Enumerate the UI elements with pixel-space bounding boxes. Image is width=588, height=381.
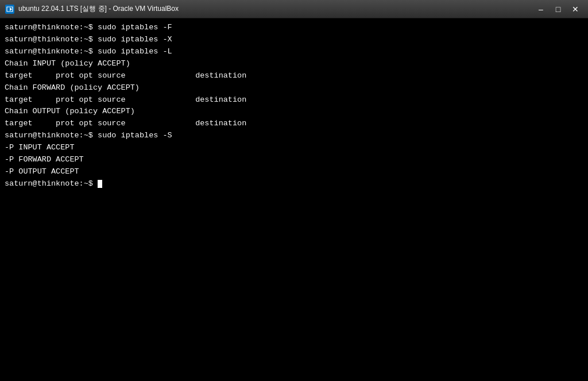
- terminal-line: -P INPUT ACCEPT: [5, 142, 583, 154]
- terminal-cursor: [98, 180, 102, 188]
- window-title: ubuntu 22.04.1 LTS [실행 중] - Oracle VM Vi…: [18, 4, 179, 14]
- minimize-button[interactable]: –: [533, 3, 549, 16]
- terminal-line: target prot opt source destination: [5, 70, 583, 82]
- title-bar-left: ubuntu 22.04.1 LTS [실행 중] - Oracle VM Vi…: [5, 4, 179, 14]
- terminal-output: saturn@thinknote:~$ sudo iptables -Fsatu…: [5, 22, 583, 190]
- terminal-body[interactable]: saturn@thinknote:~$ sudo iptables -Fsatu…: [0, 18, 588, 381]
- terminal-line: -P FORWARD ACCEPT: [5, 154, 583, 166]
- maximize-button[interactable]: □: [550, 3, 566, 16]
- title-bar: ubuntu 22.04.1 LTS [실행 중] - Oracle VM Vi…: [0, 0, 588, 18]
- terminal-line: saturn@thinknote:~$ sudo iptables -L: [5, 46, 583, 58]
- terminal-line: -P OUTPUT ACCEPT: [5, 166, 583, 178]
- terminal-line: target prot opt source destination: [5, 94, 583, 106]
- terminal-line: target prot opt source destination: [5, 118, 583, 130]
- virtualbox-icon: [5, 4, 15, 14]
- terminal-line: Chain FORWARD (policy ACCEPT): [5, 82, 583, 94]
- terminal-line: saturn@thinknote:~$ sudo iptables -S: [5, 130, 583, 142]
- window-controls[interactable]: – □ ✕: [533, 3, 583, 16]
- terminal-line: saturn@thinknote:~$ sudo iptables -F: [5, 22, 583, 34]
- close-button[interactable]: ✕: [567, 3, 583, 16]
- terminal-line: saturn@thinknote:~$ sudo iptables -X: [5, 34, 583, 46]
- terminal-line: Chain OUTPUT (policy ACCEPT): [5, 106, 583, 118]
- terminal-line: saturn@thinknote:~$: [5, 178, 583, 190]
- terminal-line: Chain INPUT (policy ACCEPT): [5, 58, 583, 70]
